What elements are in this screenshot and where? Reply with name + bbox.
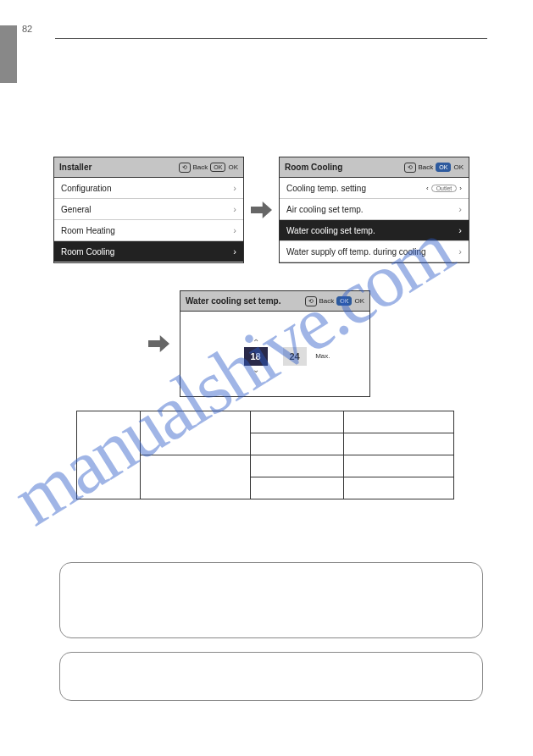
panel-installer-nav: ⟲ Back OK OK [179, 163, 238, 173]
ok-icon[interactable]: OK [336, 296, 352, 306]
chevron-right-icon: › [458, 246, 462, 257]
chevron-right-icon: › [458, 204, 462, 214]
ok-label: OK [354, 297, 364, 305]
header-divider [55, 38, 487, 39]
back-label: Back [419, 163, 434, 171]
badge-text: Outlet [431, 185, 458, 192]
back-icon[interactable]: ⟲ [305, 296, 317, 306]
panel-installer-header: Installer ⟲ Back OK OK [54, 157, 243, 178]
ok-icon[interactable]: OK [436, 163, 451, 172]
panel-room-cooling: Room Cooling ⟲ Back OK OK Cooling temp. … [279, 157, 469, 263]
chevron-right-icon: › [233, 183, 236, 193]
panel-row-water-supply-off[interactable]: Water supply off temp. during cooling › [280, 241, 469, 262]
row-label: General [61, 205, 92, 214]
panel-center-nav: ⟲ Back OK OK [305, 296, 364, 306]
back-label: Back [193, 163, 208, 171]
stepper-right[interactable]: Max. ⌃ 24 ⌄ [283, 339, 307, 374]
table-row [77, 411, 454, 433]
panel-room-cooling-nav: ⟲ Back OK OK [404, 163, 464, 173]
ok-icon[interactable]: OK [210, 163, 225, 172]
row-badge: ‹ Outlet › [426, 185, 462, 192]
panel-center-header: Water cooling set temp. ⟲ Back OK OK [180, 291, 369, 312]
row-label: Cooling temp. setting [286, 184, 366, 193]
row-label: Room Cooling [61, 247, 114, 257]
arrow-right-icon [251, 201, 272, 218]
panel-row-room-cooling[interactable]: Room Cooling › [54, 241, 243, 262]
panel-center-title: Water cooling set temp. [186, 296, 280, 306]
stepper-value-right: 24 [283, 347, 307, 366]
panel-row-room-heating[interactable]: Room Heating › [54, 220, 243, 241]
data-table [76, 411, 454, 499]
panel-row-water-cooling[interactable]: Water cooling set temp. › [280, 220, 469, 241]
max-label: Max. [315, 352, 330, 360]
chevron-right-icon: › [233, 204, 236, 214]
row-label: Room Heating [61, 226, 115, 235]
chevron-right-icon: › [459, 185, 462, 192]
back-icon[interactable]: ⟲ [404, 163, 416, 173]
panel-installer: Installer ⟲ Back OK OK Configuration › G… [53, 157, 244, 263]
chevron-left-icon: ‹ [426, 185, 429, 192]
info-box-caution [59, 562, 483, 638]
arrow-right-icon [148, 335, 169, 352]
back-label: Back [319, 297, 335, 305]
panel-installer-title: Installer [59, 163, 92, 172]
page-number: 82 [22, 24, 32, 34]
panel-room-cooling-title: Room Cooling [285, 163, 342, 172]
row-label: Water cooling set temp. [286, 226, 375, 235]
panel-center-body: ⌃ 18 ⌄ Max. ⌃ 24 ⌄ [180, 312, 369, 396]
panel-row-configuration[interactable]: Configuration › [54, 178, 243, 199]
row-label: Water supply off temp. during cooling [286, 247, 426, 257]
back-icon[interactable]: ⟲ [179, 163, 191, 173]
chevron-up-icon[interactable]: ⌃ [253, 339, 259, 347]
panel-row-air-cooling[interactable]: Air cooling set temp. › [280, 199, 469, 220]
chevron-right-icon: › [458, 225, 462, 235]
ok-label: OK [228, 163, 238, 171]
row-label: Configuration [61, 184, 111, 193]
panels-row: Installer ⟲ Back OK OK Configuration › G… [53, 157, 469, 263]
panel-center-wrap: Water cooling set temp. ⟲ Back OK OK ⌃ 1… [148, 290, 370, 397]
panel-water-cooling-set: Water cooling set temp. ⟲ Back OK OK ⌃ 1… [180, 290, 370, 397]
panel-row-cooling-temp-setting[interactable]: Cooling temp. setting ‹ Outlet › [280, 178, 469, 199]
chevron-down-icon[interactable]: ⌄ [253, 366, 259, 374]
chevron-right-icon: › [233, 225, 236, 235]
info-box-note [59, 652, 483, 701]
stepper-left[interactable]: ⌃ 18 ⌄ [244, 339, 268, 374]
ok-label: OK [453, 163, 464, 171]
chevron-right-icon: › [233, 246, 236, 257]
side-tab [0, 25, 17, 83]
panel-row-general[interactable]: General › [54, 199, 243, 220]
stepper-value-left: 18 [244, 347, 268, 366]
row-label: Air cooling set temp. [286, 205, 364, 214]
panel-room-cooling-header: Room Cooling ⟲ Back OK OK [280, 157, 469, 178]
